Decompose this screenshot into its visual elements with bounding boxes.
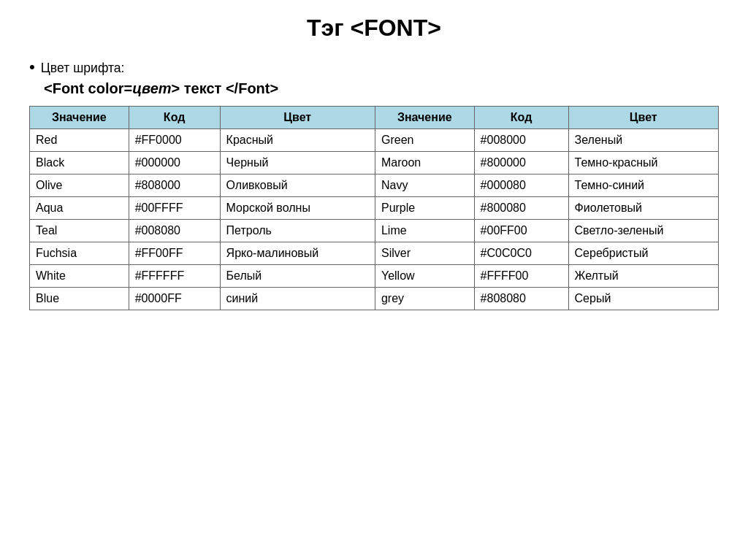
cell-val1: White <box>30 265 129 288</box>
cell-val2: grey <box>375 288 474 310</box>
cell-val2: Navy <box>375 174 474 197</box>
table-row: Blue#0000FFсинийgrey#808080Серый <box>30 288 719 310</box>
cell-color1: Черный <box>220 152 375 174</box>
cell-color1: Красный <box>220 129 375 152</box>
cell-code1: #808000 <box>129 174 220 197</box>
table-row: Red#FF0000КрасныйGreen#008000Зеленый <box>30 129 719 152</box>
cell-color1: синий <box>220 288 375 310</box>
table-row: Aqua#00FFFFМорской волныPurple#800080Фио… <box>30 197 719 220</box>
col-header-val2: Значен­ие <box>375 107 474 129</box>
cell-val2: Purple <box>375 197 474 220</box>
bullet-text: Цвет шрифта: <box>41 61 125 76</box>
cell-code1: #00FFFF <box>129 197 220 220</box>
col-header-code1: Код <box>129 107 220 129</box>
cell-val1: Red <box>30 129 129 152</box>
cell-val1: Olive <box>30 174 129 197</box>
bullet-section: • Цвет шрифта: <Font color=цвет> текст <… <box>29 59 719 97</box>
cell-code1: #FFFFFF <box>129 265 220 288</box>
cell-val1: Aqua <box>30 197 129 220</box>
cell-color1: Морской волны <box>220 197 375 220</box>
cell-color2: Желтый <box>568 265 718 288</box>
cell-color2: Темно-красный <box>568 152 718 174</box>
cell-val1: Black <box>30 152 129 174</box>
code-attr: цвет <box>132 80 171 96</box>
cell-val2: Silver <box>375 242 474 265</box>
cell-code1: #008080 <box>129 220 220 242</box>
cell-code2: #000080 <box>474 174 568 197</box>
cell-code2: #00FF00 <box>474 220 568 242</box>
code-line: <Font color=цвет> текст </Font> <box>44 80 719 97</box>
cell-color1: Петроль <box>220 220 375 242</box>
cell-color2: Темно-синий <box>568 174 718 197</box>
code-mid: > текст <box>172 80 226 96</box>
table-row: Teal#008080ПетрольLime#00FF00Светло-зеле… <box>30 220 719 242</box>
cell-code2: #808080 <box>474 288 568 310</box>
cell-code2: #FFFF00 <box>474 265 568 288</box>
cell-color2: Зеленый <box>568 129 718 152</box>
cell-color2: Серый <box>568 288 718 310</box>
bullet-line: • Цвет шрифта: <box>29 59 719 76</box>
table-row: Black#000000ЧерныйMaroon#800000Темно-кра… <box>30 152 719 174</box>
bullet-point: • <box>29 59 35 75</box>
col-header-color1: Цвет <box>220 107 375 129</box>
table-row: Olive#808000ОливковыйNavy#000080Темно-си… <box>30 174 719 197</box>
cell-val2: Lime <box>375 220 474 242</box>
cell-code1: #FF0000 <box>129 129 220 152</box>
col-header-code2: Код <box>474 107 568 129</box>
cell-code1: #FF00FF <box>129 242 220 265</box>
cell-val2: Green <box>375 129 474 152</box>
cell-color1: Ярко-малиновый <box>220 242 375 265</box>
table-row: Fuchsia#FF00FFЯрко-малиновыйSilver#C0C0C… <box>30 242 719 265</box>
cell-color1: Белый <box>220 265 375 288</box>
cell-color2: Светло-зеленый <box>568 220 718 242</box>
code-font-open: <Font color= <box>44 80 132 96</box>
cell-val1: Blue <box>30 288 129 310</box>
cell-val1: Teal <box>30 220 129 242</box>
col-header-color2: Цвет <box>568 107 718 129</box>
cell-code2: #008000 <box>474 129 568 152</box>
cell-val2: Yellow <box>375 265 474 288</box>
cell-color2: Фиолетовый <box>568 197 718 220</box>
cell-color2: Серебристый <box>568 242 718 265</box>
cell-val2: Maroon <box>375 152 474 174</box>
color-table: Значен­ие Код Цвет Значен­ие Код Цвет Re… <box>29 106 719 310</box>
table-header-row: Значен­ие Код Цвет Значен­ие Код Цвет <box>30 107 719 129</box>
cell-val1: Fuchsia <box>30 242 129 265</box>
cell-code2: #C0C0C0 <box>474 242 568 265</box>
table-row: White#FFFFFFБелыйYellow#FFFF00Желтый <box>30 265 719 288</box>
cell-code2: #800080 <box>474 197 568 220</box>
col-header-val1: Значен­ие <box>30 107 129 129</box>
code-font-close: </Font> <box>226 80 278 96</box>
page-title: Тэг <FONT> <box>29 15 719 42</box>
cell-code1: #0000FF <box>129 288 220 310</box>
cell-code2: #800000 <box>474 152 568 174</box>
cell-code1: #000000 <box>129 152 220 174</box>
cell-color1: Оливковый <box>220 174 375 197</box>
